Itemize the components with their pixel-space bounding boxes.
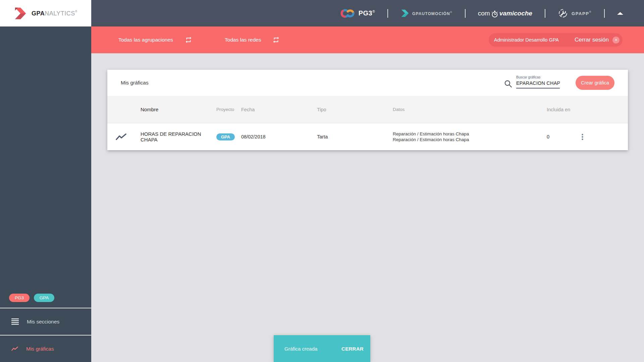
row-name: HORAS DE REPARACION CHAPA xyxy=(141,131,216,142)
groupings-filter[interactable]: Todas las agrupaciones xyxy=(118,37,173,43)
row-actions-cell xyxy=(576,134,628,140)
column-nombre: Nombre xyxy=(141,107,216,112)
toast-close-button[interactable]: CERRAR xyxy=(339,346,366,352)
card-header: Mis gráficas Buscar gráficas Crear gráfi… xyxy=(107,70,628,96)
row-data-cell: Reparación / Estimación horas Chapa Repa… xyxy=(393,131,547,142)
sidebar-item-mis-graficas[interactable]: Mis gráficas xyxy=(0,336,91,362)
column-datos: Datos xyxy=(393,107,547,112)
brand-reg: ® xyxy=(75,10,77,13)
brand-wordmark: GPANALYTICS® xyxy=(32,10,77,17)
sidebar-item-mis-secciones[interactable]: Mis secciones xyxy=(0,308,91,335)
pg3-label: PG3® xyxy=(359,9,375,17)
collapse-caret-icon[interactable] xyxy=(617,12,623,15)
card-header-actions: Buscar gráficas Crear gráfica xyxy=(504,76,614,90)
column-tipo: Tipo xyxy=(317,107,393,112)
table-row[interactable]: HORAS DE REPARACION CHAPA GPA 08/02/2018… xyxy=(107,123,628,150)
main-content: Mis gráficas Buscar gráficas Crear gráfi… xyxy=(91,53,644,362)
logo-divider xyxy=(387,9,388,18)
snackbar-toast: Gráfica creada CERRAR xyxy=(274,335,370,362)
sidebar: PG3 GPA Mis secciones Mis gráficas xyxy=(0,26,91,362)
pg3-badge: PG3 xyxy=(9,294,30,302)
create-chart-button[interactable]: Crear gráfica xyxy=(576,76,614,90)
row-type-icon-cell xyxy=(107,133,141,140)
sidebar-item-label: Mis secciones xyxy=(27,319,59,325)
row-data-line: Reparación / Estimación horas Chapa xyxy=(393,131,547,137)
user-name: Administrador Desarrollo GPA xyxy=(494,37,559,43)
swap-groupings-icon[interactable] xyxy=(185,36,192,44)
brand-light: NALYTICS xyxy=(45,10,75,17)
user-session-pill: Administrador Desarrollo GPA Cerrar sesi… xyxy=(489,33,623,47)
comprovamicoche-logo: com vamicoche xyxy=(478,9,532,17)
logout-x-icon[interactable]: × xyxy=(612,37,620,44)
stopwatch-icon xyxy=(491,10,498,18)
list-icon xyxy=(11,318,19,325)
pg3-logo: PG3® xyxy=(340,8,375,18)
logo-divider xyxy=(545,9,545,18)
row-project-cell: GPA xyxy=(216,133,241,140)
app-logo: GPANALYTICS® xyxy=(0,0,91,26)
search-input[interactable] xyxy=(516,80,560,88)
column-incluida-en: Incluida en xyxy=(547,107,576,112)
logout-button[interactable]: Cerrar sesión xyxy=(575,37,609,43)
table-header: Nombre Proyecto Fecha Tipo Datos Incluid… xyxy=(107,96,628,123)
swap-networks-icon[interactable] xyxy=(272,36,280,44)
wrench-gear-icon xyxy=(558,8,568,18)
brand-bold: GPA xyxy=(32,10,45,17)
page-title: Mis gráficas xyxy=(121,80,149,86)
logo-divider xyxy=(604,9,605,18)
row-data-line: Reparación / Estimación horas Chapa xyxy=(393,137,547,142)
gpautomocion-arrow-icon xyxy=(400,9,410,18)
filter-bar: Todas las agrupaciones Todas las redes A… xyxy=(91,26,644,53)
line-chart-icon xyxy=(116,133,126,140)
partner-logos: PG3® GPAUTOMOCIÓN® com vamicoche xyxy=(340,0,623,26)
sidebar-item-label: Mis gráficas xyxy=(26,346,54,352)
search-icon[interactable] xyxy=(504,79,513,88)
networks-filter[interactable]: Todas las redes xyxy=(225,37,261,43)
line-chart-icon xyxy=(11,346,18,351)
gpapp-label: GPAPP® xyxy=(572,10,592,16)
top-bar: GPANALYTICS® PG3® GPAUTOMOCIÓN® com xyxy=(0,0,644,26)
gpautomocion-label: GPAUTOMOCIÓN® xyxy=(412,11,452,16)
pg3-infinity-icon xyxy=(340,8,356,18)
row-included-in: 0 xyxy=(547,134,576,139)
charts-card: Mis gráficas Buscar gráficas Crear gráfi… xyxy=(107,70,628,150)
row-type: Tarta xyxy=(317,134,393,139)
logo-divider xyxy=(465,9,466,18)
column-proyecto: Proyecto xyxy=(216,107,241,112)
toast-message: Gráfica creada xyxy=(284,346,317,352)
search-field-wrap: Buscar gráficas xyxy=(516,80,560,88)
comprovamicoche-pre: com xyxy=(478,10,490,17)
row-date: 08/02/2018 xyxy=(241,134,317,139)
search-field-label: Buscar gráficas xyxy=(516,75,540,79)
gpapp-logo: GPAPP® xyxy=(558,8,592,18)
comprovamicoche-post: vamicoche xyxy=(499,10,532,17)
gpa-analytics-logo-icon xyxy=(14,7,28,20)
gpautomocion-logo: GPAUTOMOCIÓN® xyxy=(400,9,452,18)
project-badge: GPA xyxy=(216,133,235,140)
sidebar-badges: PG3 GPA xyxy=(0,288,91,308)
column-fecha: Fecha xyxy=(241,107,317,112)
gpa-badge: GPA xyxy=(34,294,54,302)
row-menu-kebab-icon[interactable] xyxy=(582,134,583,140)
sidebar-bottom: PG3 GPA Mis secciones Mis gráficas xyxy=(0,288,91,362)
